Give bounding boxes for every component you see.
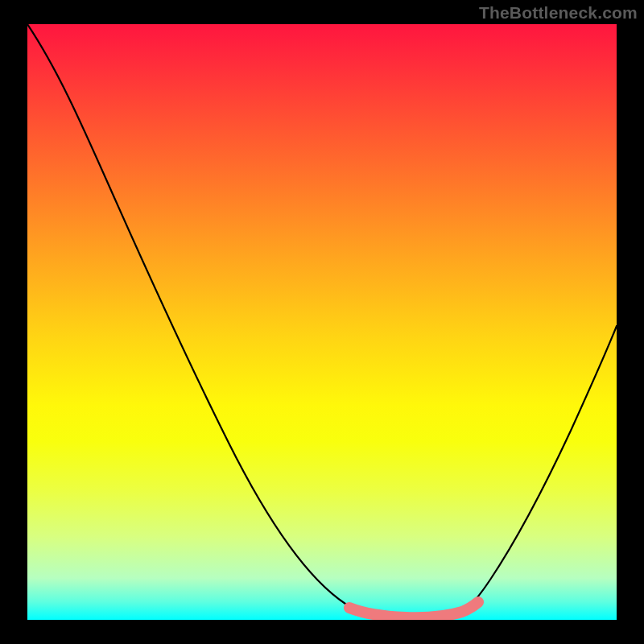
bottleneck-highlight-band — [349, 602, 478, 617]
plot-area — [27, 24, 617, 620]
bottleneck-chart — [27, 24, 617, 620]
chart-frame: TheBottleneck.com — [0, 0, 644, 644]
bottleneck-curve-line — [27, 24, 617, 617]
watermark-text: TheBottleneck.com — [479, 3, 638, 23]
